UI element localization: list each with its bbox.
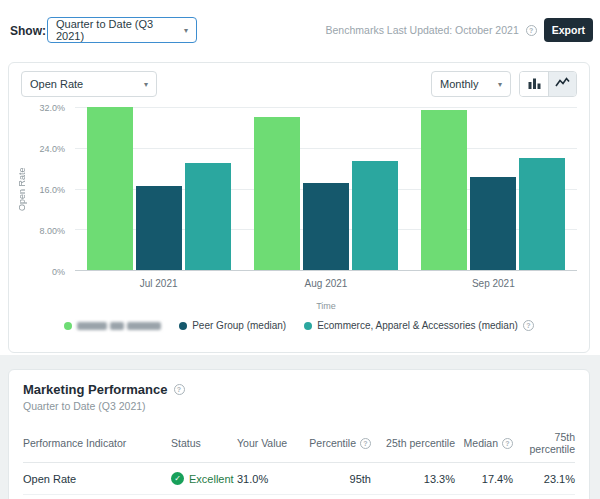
page-background-band: Marketing Performance ? Quarter to Date … — [0, 355, 600, 499]
status-cell: ✓Excellent — [171, 472, 237, 485]
bar-group — [242, 107, 409, 270]
topbar: Show: Quarter to Date (Q3 2021) ▾ Benchm… — [0, 0, 600, 60]
bar-chart-icon — [528, 76, 541, 92]
plot-area — [75, 107, 577, 271]
legend-dot — [64, 322, 72, 330]
topbar-right: Benchmarks Last Updated: October 2021 ? … — [326, 17, 593, 43]
p25-cell: 13.3% — [371, 473, 455, 485]
info-icon[interactable]: ? — [174, 384, 185, 395]
legend-item: Ecommerce, Apparel & Accessories (median… — [304, 320, 534, 331]
column-header-label: Percentile — [309, 437, 356, 449]
performance-table-header: Performance IndicatorStatusYour ValuePer… — [23, 424, 575, 463]
bar[interactable] — [254, 117, 300, 270]
chevron-down-icon: ▾ — [144, 80, 148, 89]
column-header: Your Value — [237, 437, 299, 449]
chart-controls: Monthly ▾ — [431, 71, 577, 97]
column-header-label: 25th percentile — [386, 437, 455, 449]
benchmarks-updated-note: Benchmarks Last Updated: October 2021 — [326, 24, 519, 36]
bar[interactable] — [87, 107, 133, 270]
column-header: Median? — [455, 437, 513, 449]
column-header-label: 75th percentile — [513, 431, 575, 455]
chevron-down-icon: ▾ — [498, 80, 502, 89]
granularity-select-value: Monthly — [440, 78, 479, 90]
chart-legend: Peer Group (median)Ecommerce, Apparel & … — [9, 320, 589, 331]
info-icon[interactable]: ? — [526, 25, 537, 36]
bar-chart-toggle-button[interactable] — [520, 72, 548, 96]
x-axis-label: Jul 2021 — [75, 278, 242, 289]
bar[interactable] — [185, 163, 231, 270]
chevron-down-icon: ▾ — [184, 26, 188, 35]
y-tick-labels: 32.0%24.0%16.0%8.00%0% — [9, 107, 65, 271]
line-chart-icon — [555, 76, 570, 92]
metric-select[interactable]: Open Rate ▾ — [21, 71, 157, 97]
legend-item — [64, 322, 161, 330]
y-tick-label: 32.0% — [39, 103, 65, 113]
bar[interactable] — [303, 183, 349, 270]
x-axis-label: Aug 2021 — [242, 278, 409, 289]
table-row: Open Rate✓Excellent31.0%95th13.3%17.4%23… — [23, 463, 575, 495]
x-axis-labels: Jul 2021Aug 2021Sep 2021 — [75, 278, 577, 289]
column-header: Performance Indicator — [23, 437, 171, 449]
x-axis-title: Time — [75, 301, 577, 311]
column-header: 75th percentile — [513, 431, 575, 455]
granularity-select[interactable]: Monthly ▾ — [431, 71, 511, 97]
export-button[interactable]: Export — [544, 18, 593, 42]
column-header: 25th percentile — [371, 437, 455, 449]
redacted-label — [77, 322, 161, 330]
period-select-value: Quarter to Date (Q3 2021) — [56, 18, 178, 42]
column-header-label: Status — [171, 437, 201, 449]
legend-item: Peer Group (median) — [179, 320, 286, 331]
line-chart-toggle-button[interactable] — [548, 72, 576, 96]
percentile-cell: 95th — [299, 473, 371, 485]
legend-dot — [304, 322, 312, 330]
column-header-label: Performance Indicator — [23, 437, 126, 449]
check-circle-icon: ✓ — [171, 472, 184, 485]
bar[interactable] — [352, 161, 398, 270]
chart-type-toggle — [519, 71, 577, 97]
p75-cell: 23.1% — [513, 473, 575, 485]
column-header: Status — [171, 437, 237, 449]
info-icon[interactable]: ? — [360, 438, 371, 449]
y-tick-label: 0% — [52, 267, 65, 277]
x-axis-label: Sep 2021 — [410, 278, 577, 289]
y-tick-label: 16.0% — [39, 185, 65, 195]
card-title: Marketing Performance — [23, 382, 168, 397]
legend-dot — [179, 322, 187, 330]
y-tick-label: 24.0% — [39, 144, 65, 154]
bar[interactable] — [470, 177, 516, 270]
column-header-label: Median — [464, 437, 498, 449]
column-header: Percentile? — [299, 437, 371, 449]
bar[interactable] — [421, 110, 467, 270]
bar[interactable] — [519, 158, 565, 270]
median-cell: 17.4% — [455, 473, 513, 485]
your-value-cell: 31.0% — [237, 473, 299, 485]
legend-label: Peer Group (median) — [192, 320, 286, 331]
redacted-segment — [110, 322, 124, 330]
status-label: Excellent — [189, 473, 234, 485]
redacted-segment — [77, 322, 107, 330]
period-select[interactable]: Quarter to Date (Q3 2021) ▾ — [47, 17, 197, 43]
indicator-cell: Open Rate — [23, 473, 171, 485]
info-icon[interactable]: ? — [523, 320, 534, 331]
show-label: Show: — [10, 24, 46, 38]
card-title-row: Marketing Performance ? — [23, 382, 575, 397]
column-header-label: Your Value — [237, 437, 287, 449]
bar-group — [75, 107, 242, 270]
y-tick-label: 8.00% — [39, 226, 65, 236]
metric-select-value: Open Rate — [30, 78, 83, 90]
card-subtitle: Quarter to Date (Q3 2021) — [23, 400, 575, 412]
marketing-performance-card: Marketing Performance ? Quarter to Date … — [8, 369, 590, 499]
performance-table-body: Open Rate✓Excellent31.0%95th13.3%17.4%23… — [23, 463, 575, 499]
redacted-segment — [127, 322, 161, 330]
info-icon[interactable]: ? — [502, 438, 513, 449]
legend-label: Ecommerce, Apparel & Accessories (median… — [317, 320, 518, 331]
bar-group — [410, 107, 577, 270]
benchmarks-dashboard: Show: Quarter to Date (Q3 2021) ▾ Benchm… — [0, 0, 600, 499]
table-row: Click Rate✓Excellent1.88%81st0.78%1.15%1… — [23, 495, 575, 499]
bar[interactable] — [136, 186, 182, 270]
benchmark-chart-card: Open Rate ▾ Monthly ▾ Op — [8, 62, 590, 353]
